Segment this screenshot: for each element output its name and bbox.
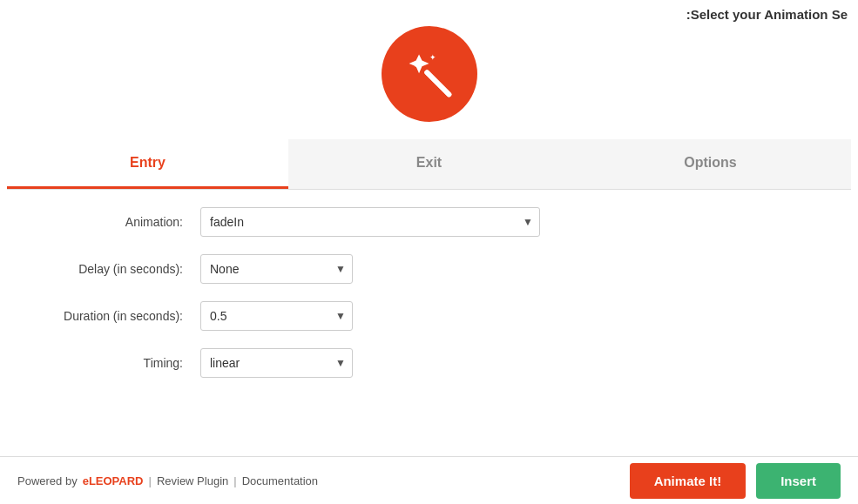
duration-row: Duration (in seconds): 0.5 1 1.5 2 3 ▼: [26, 301, 832, 331]
tab-exit[interactable]: Exit: [288, 139, 570, 189]
svg-text:·: ·: [425, 61, 427, 67]
tab-options[interactable]: Options: [570, 139, 851, 189]
brand-link[interactable]: eLEOPARD: [83, 474, 144, 487]
separator-1: |: [148, 474, 151, 487]
powered-by-label: Powered by: [17, 474, 78, 487]
timing-row: Timing: linear ease ease-in ease-out eas…: [26, 348, 832, 378]
documentation-link[interactable]: Documentation: [242, 474, 318, 487]
review-plugin-link[interactable]: Review Plugin: [157, 474, 228, 487]
tabs-container: Entry Exit Options: [7, 139, 851, 190]
form-section: Animation: fadeIn fadeOut slideIn slideO…: [0, 190, 858, 413]
separator-2: |: [233, 474, 236, 487]
animation-label: Animation:: [26, 215, 200, 229]
delay-select-wrapper: None 0.5 1 1.5 2 3 ▼: [200, 254, 353, 284]
duration-select-wrapper: 0.5 1 1.5 2 3 ▼: [200, 301, 353, 331]
timing-select[interactable]: linear ease ease-in ease-out ease-in-out: [200, 348, 353, 378]
svg-text:✦: ✦: [413, 59, 423, 72]
magic-wand-icon: ✦ ✦ ·: [405, 50, 453, 98]
header-title: :Select your Animation Se: [676, 0, 858, 29]
magic-wand-circle: ✦ ✦ ·: [382, 26, 477, 122]
duration-label: Duration (in seconds):: [26, 309, 200, 323]
tab-entry[interactable]: Entry: [7, 139, 288, 189]
insert-button[interactable]: Insert: [756, 463, 841, 499]
delay-select[interactable]: None 0.5 1 1.5 2 3: [200, 254, 353, 284]
svg-text:✦: ✦: [429, 53, 436, 62]
animation-select-wrapper: fadeIn fadeOut slideIn slideOut bounce z…: [200, 207, 540, 237]
delay-row: Delay (in seconds): None 0.5 1 1.5 2 3 ▼: [26, 254, 832, 284]
duration-select[interactable]: 0.5 1 1.5 2 3: [200, 301, 353, 331]
animation-row: Animation: fadeIn fadeOut slideIn slideO…: [26, 207, 832, 237]
footer: Powered by eLEOPARD | Review Plugin | Do…: [0, 456, 858, 504]
footer-right: Animate It! Insert: [630, 463, 841, 499]
timing-select-wrapper: linear ease ease-in ease-out ease-in-out…: [200, 348, 353, 378]
animate-button[interactable]: Animate It!: [630, 463, 747, 499]
timing-label: Timing:: [26, 356, 200, 370]
footer-left: Powered by eLEOPARD | Review Plugin | Do…: [17, 474, 318, 487]
delay-label: Delay (in seconds):: [26, 262, 200, 276]
animation-select[interactable]: fadeIn fadeOut slideIn slideOut bounce z…: [200, 207, 540, 237]
